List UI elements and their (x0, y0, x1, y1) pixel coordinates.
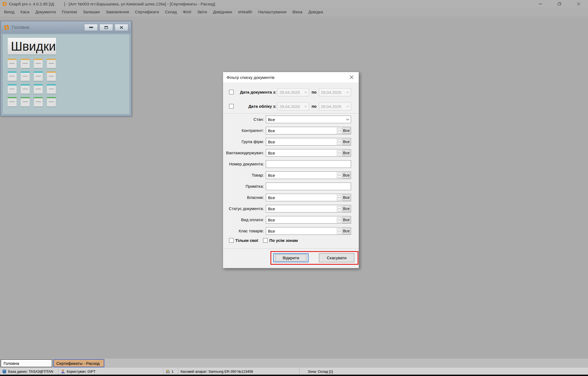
quick-tile[interactable] (8, 72, 17, 81)
quick-tile[interactable] (34, 97, 43, 106)
field-input[interactable]: Все … Все (266, 205, 351, 212)
mdi-title-bar[interactable]: Головна (1, 21, 131, 33)
menu-item[interactable]: Каса (17, 8, 32, 16)
lookup-all-button[interactable]: Все (342, 206, 350, 212)
quick-tile[interactable] (8, 84, 17, 94)
menu-item[interactable]: Довідники (210, 8, 235, 16)
menu-item[interactable]: Звіти (194, 8, 210, 16)
date-from-dropdown[interactable]: 29.04.2025 (278, 88, 309, 96)
field-input[interactable]: … Все (266, 160, 351, 168)
lookup-more-button[interactable]: … (337, 195, 342, 201)
tile-caption-placeholder (36, 89, 41, 89)
field-input[interactable]: Все … Все (266, 216, 351, 224)
lookup-all-button[interactable]: Все (342, 195, 350, 201)
lookup-all-button[interactable]: Все (342, 228, 350, 234)
quick-tile[interactable] (47, 72, 56, 81)
menu-item[interactable]: Філії (180, 8, 194, 16)
lookup-all-button[interactable]: Все (342, 150, 350, 156)
quick-tile[interactable] (21, 84, 30, 94)
filter-field-row: Власник: Все … Все (223, 194, 359, 201)
checkbox[interactable] (263, 238, 268, 243)
quick-tile[interactable] (21, 97, 30, 106)
field-input[interactable]: Все … Все (266, 127, 351, 134)
cancel-button[interactable]: Скасувати (319, 253, 354, 262)
quick-tile[interactable] (21, 59, 30, 68)
lookup-more-button[interactable]: … (337, 217, 342, 223)
dialog-checkbox-item[interactable]: По усім зонам (263, 238, 298, 243)
quick-tile[interactable] (34, 59, 43, 68)
window-tab[interactable]: Сертификаты - Расход (53, 359, 104, 367)
quick-tile[interactable] (21, 72, 30, 81)
lookup-more-button[interactable]: … (337, 150, 342, 156)
tile-caption-placeholder (49, 89, 54, 89)
mdi-minimize-button[interactable] (84, 24, 98, 31)
lookup-more-button[interactable]: … (337, 206, 342, 212)
mdi-restore-button[interactable] (99, 24, 113, 31)
tile-caption-placeholder (23, 89, 28, 89)
menu-item[interactable]: Документи (32, 8, 59, 16)
checkbox[interactable] (229, 238, 234, 243)
menu-item[interactable]: Платежі (59, 8, 80, 16)
menu-item[interactable]: Залишки (80, 8, 103, 16)
dialog-title-bar[interactable]: Фільтр списку документів (223, 72, 359, 82)
date-filter-checkbox[interactable] (229, 104, 234, 109)
status-cash-register-text: Касовий апарат: Samsung ER-350 №123456 (181, 369, 253, 374)
quick-tile[interactable] (47, 59, 56, 68)
menu-item[interactable]: Склад (162, 8, 180, 16)
window-tab[interactable]: Головна (1, 359, 52, 367)
menu-item[interactable]: eHealth (235, 8, 255, 16)
tile-caption-placeholder (49, 101, 54, 102)
lookup-more-button[interactable]: … (337, 172, 342, 178)
open-button[interactable]: Відкрити (273, 253, 309, 262)
menu-item[interactable]: Вихід (1, 8, 17, 16)
lookup-all-button[interactable]: Все (342, 172, 350, 178)
field-label: Клас товарів: (223, 227, 264, 235)
lookup-more-button[interactable]: … (337, 139, 342, 145)
field-input[interactable]: Все … Все (266, 171, 351, 179)
mdi-close-button[interactable] (115, 24, 128, 31)
lookup-all-button[interactable]: Все (342, 139, 350, 145)
open-button-label: Відкрити (275, 254, 307, 261)
field-label: Товар: (223, 171, 264, 179)
quick-tile[interactable] (47, 97, 56, 106)
field-input[interactable]: Все … Все (266, 149, 351, 157)
quick-tile[interactable] (8, 59, 17, 68)
field-input[interactable]: Все … Все (266, 194, 351, 201)
field-value: Все (268, 195, 337, 200)
date-to-dropdown[interactable]: 29.04.2025 (319, 88, 351, 96)
field-input[interactable]: … Все (266, 183, 351, 190)
menu-item[interactable]: Замовлення (103, 8, 132, 16)
menu-item[interactable]: Сертифікати (132, 8, 162, 16)
minimize-button[interactable] (531, 0, 550, 8)
tile-caption-placeholder (36, 76, 41, 76)
chevron-down-icon (304, 91, 307, 93)
checkbox-label: По усім зонам (269, 238, 298, 243)
field-input[interactable]: Все … Все (266, 116, 351, 123)
tile-caption-placeholder (49, 76, 54, 76)
status-database: База даних: TASA3@TITAN (0, 368, 59, 375)
field-input[interactable]: Все … Все (266, 227, 351, 235)
status-bar: База даних: TASA3@TITAN Користувач: GIFT… (0, 368, 588, 375)
menu-item[interactable]: Вікна (290, 8, 306, 16)
dialog-checkbox-item[interactable]: Тільки свої (229, 238, 258, 243)
menu-item[interactable]: Налаштування (255, 8, 290, 16)
close-button[interactable] (569, 0, 588, 8)
quick-tile[interactable] (34, 72, 43, 81)
date-to-dropdown[interactable]: 29.04.2025 (319, 102, 351, 110)
lookup-more-button[interactable]: … (337, 128, 342, 134)
date-from-dropdown[interactable]: 29.04.2025 (278, 102, 309, 110)
date-to-prefix: по (311, 88, 317, 97)
lookup-more-button[interactable]: … (337, 228, 342, 234)
quick-tile[interactable] (8, 97, 17, 106)
lookup-all-button[interactable]: Все (342, 128, 350, 134)
filter-field-row: Статус документа: Все … Все (223, 205, 359, 212)
quick-tile[interactable] (47, 84, 56, 94)
field-value: Все (268, 173, 337, 178)
dialog-close-button[interactable] (348, 74, 355, 81)
quick-tile[interactable] (34, 84, 43, 94)
restore-button[interactable] (550, 0, 569, 8)
lookup-all-button[interactable]: Все (342, 217, 350, 223)
field-input[interactable]: Все … Все (266, 138, 351, 146)
date-filter-checkbox[interactable] (229, 90, 234, 94)
menu-item[interactable]: Довідка (305, 8, 326, 16)
